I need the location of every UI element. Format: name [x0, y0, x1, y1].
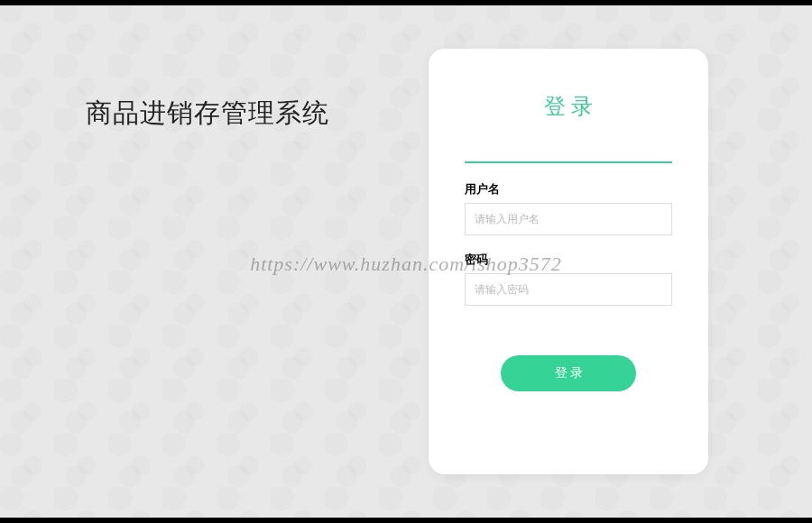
password-label: 密码: [465, 252, 672, 268]
top-border-bar: [0, 0, 812, 5]
password-group: 密码: [465, 252, 672, 306]
submit-wrapper: 登录: [465, 355, 672, 391]
main-container: 商品进销存管理系统 登录 用户名 密码 登录: [0, 0, 812, 523]
username-input[interactable]: [465, 203, 672, 235]
login-button[interactable]: 登录: [501, 355, 636, 391]
username-group: 用户名: [465, 181, 672, 235]
system-title: 商品进销存管理系统: [86, 96, 429, 132]
login-title: 登录: [465, 92, 672, 121]
left-panel: 商品进销存管理系统: [0, 5, 429, 518]
login-card: 登录 用户名 密码 登录: [429, 49, 708, 474]
divider-line: [465, 161, 672, 163]
username-label: 用户名: [465, 181, 672, 197]
password-input[interactable]: [465, 273, 672, 306]
bottom-border-bar: [0, 518, 812, 523]
